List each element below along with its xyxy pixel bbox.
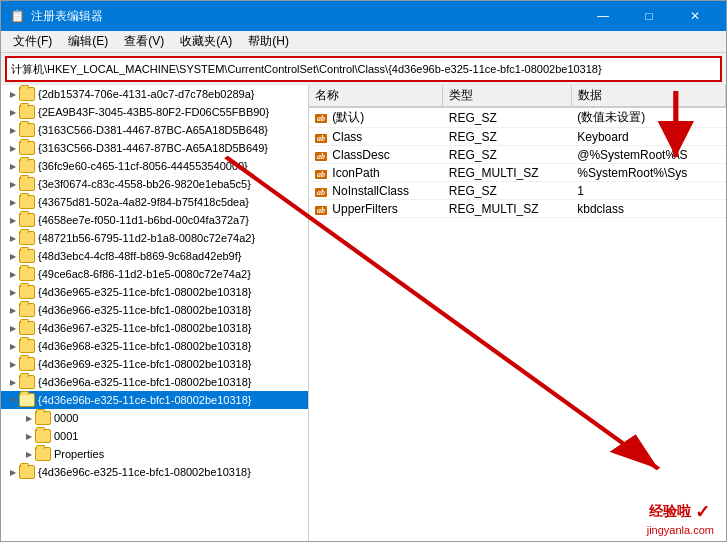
expand-arrow-icon: ▶ — [7, 124, 19, 136]
reg-type-icon: ab — [315, 206, 327, 215]
tree-item[interactable]: ▶ {4d36e96c-e325-11ce-bfc1-08002be10318} — [1, 463, 308, 481]
table-row[interactable]: ab IconPath REG_MULTI_SZ %SystemRoot%\Sy… — [309, 164, 726, 182]
menu-view[interactable]: 查看(V) — [116, 31, 172, 52]
folder-icon — [19, 123, 35, 137]
tree-item[interactable]: ▶ {4d36e968-e325-11ce-bfc1-08002be10318} — [1, 337, 308, 355]
folder-icon — [19, 267, 35, 281]
table-row[interactable]: ab NoInstallClass REG_SZ 1 — [309, 182, 726, 200]
tree-item[interactable]: ▶ {43675d81-502a-4a82-9f84-b75f418c5dea} — [1, 193, 308, 211]
folder-icon — [19, 195, 35, 209]
expand-arrow-icon: ▶ — [7, 142, 19, 154]
expand-arrow-icon: ▶ — [7, 196, 19, 208]
address-text: 计算机\HKEY_LOCAL_MACHINE\SYSTEM\CurrentCon… — [11, 62, 602, 77]
left-panel[interactable]: ▶ {2db15374-706e-4131-a0c7-d7c78eb0289a}… — [1, 85, 309, 541]
expand-arrow-icon: ▶ — [7, 214, 19, 226]
expand-arrow-icon: ▶ — [7, 322, 19, 334]
expand-arrow-icon: ▶ — [7, 376, 19, 388]
expand-arrow-icon: ▶ — [7, 358, 19, 370]
reg-type-icon: ab — [315, 170, 327, 179]
menu-help[interactable]: 帮助(H) — [240, 31, 297, 52]
tree-item-label: {4d36e965-e325-11ce-bfc1-08002be10318} — [38, 286, 251, 298]
folder-icon — [19, 303, 35, 317]
tree-item-label: {4d36e96c-e325-11ce-bfc1-08002be10318} — [38, 466, 251, 478]
reg-type: REG_SZ — [443, 146, 571, 164]
tree-item-label: {3163C566-D381-4467-87BC-A65A18D5B648} — [38, 124, 268, 136]
tree-item-label: {49ce6ac8-6f86-11d2-b1e5-0080c72e74a2} — [38, 268, 251, 280]
tree-item[interactable]: ▶ {3163C566-D381-4467-87BC-A65A18D5B649} — [1, 139, 308, 157]
tree-item[interactable]: ▶ 0000 — [1, 409, 308, 427]
tree-item[interactable]: ▶ Properties — [1, 445, 308, 463]
table-row[interactable]: ab Class REG_SZ Keyboard — [309, 128, 726, 146]
title-bar-left: 📋 注册表编辑器 — [9, 8, 103, 25]
expand-arrow-icon: ▶ — [23, 430, 35, 442]
table-row[interactable]: ab (默认) REG_SZ (数值未设置) — [309, 107, 726, 128]
folder-icon — [19, 231, 35, 245]
menu-favorites[interactable]: 收藏夹(A) — [172, 31, 240, 52]
content-wrapper: ▶ {2db15374-706e-4131-a0c7-d7c78eb0289a}… — [1, 85, 726, 541]
tree-item[interactable]: ▶ {2EA9B43F-3045-43B5-80F2-FD06C55FBB90} — [1, 103, 308, 121]
reg-type-icon: ab — [315, 114, 327, 123]
folder-icon — [19, 105, 35, 119]
folder-icon — [19, 375, 35, 389]
tree-item[interactable]: ▶ {48721b56-6795-11d2-b1a8-0080c72e74a2} — [1, 229, 308, 247]
right-panel[interactable]: 名称 类型 数据 ab (默认) REG_SZ (数值未设置) ab Class… — [309, 85, 726, 541]
expand-arrow-icon: ▼ — [7, 394, 19, 406]
tree-item[interactable]: ▶ {4d36e967-e325-11ce-bfc1-08002be10318} — [1, 319, 308, 337]
title-bar: 📋 注册表编辑器 — □ ✕ — [1, 1, 726, 31]
tree-item-label: {4d36e966-e325-11ce-bfc1-08002be10318} — [38, 304, 251, 316]
table-row[interactable]: ab UpperFilters REG_MULTI_SZ kbdclass — [309, 200, 726, 218]
reg-type: REG_MULTI_SZ — [443, 200, 571, 218]
folder-icon — [35, 447, 51, 461]
reg-name: ab (默认) — [309, 107, 443, 128]
tree-item[interactable]: ▶ {4d36e96a-e325-11ce-bfc1-08002be10318} — [1, 373, 308, 391]
reg-data: 1 — [571, 182, 725, 200]
tree-item-label: 0001 — [54, 430, 78, 442]
tree-item[interactable]: ▶ {2db15374-706e-4131-a0c7-d7c78eb0289a} — [1, 85, 308, 103]
menu-file[interactable]: 文件(F) — [5, 31, 60, 52]
reg-type: REG_SZ — [443, 182, 571, 200]
tree-item[interactable]: ▶ {4d36e966-e325-11ce-bfc1-08002be10318} — [1, 301, 308, 319]
expand-arrow-icon: ▶ — [7, 268, 19, 280]
expand-arrow-icon: ▶ — [7, 88, 19, 100]
minimize-button[interactable]: — — [580, 1, 626, 31]
expand-arrow-icon: ▶ — [7, 466, 19, 478]
tree-item[interactable]: ▼ {4d36e96b-e325-11ce-bfc1-08002be10318} — [1, 391, 308, 409]
expand-arrow-icon: ▶ — [7, 304, 19, 316]
tree-item[interactable]: ▶ {4658ee7e-f050-11d1-b6bd-00c04fa372a7} — [1, 211, 308, 229]
tree-item[interactable]: ▶ {36fc9e60-c465-11cf-8056-444553540000} — [1, 157, 308, 175]
tree-item[interactable]: ▶ {3e3f0674-c83c-4558-bb26-9820e1eba5c5} — [1, 175, 308, 193]
tree-item-label: {3e3f0674-c83c-4558-bb26-9820e1eba5c5} — [38, 178, 251, 190]
col-type: 类型 — [443, 85, 571, 107]
folder-icon — [19, 465, 35, 479]
tree-item-label: {2db15374-706e-4131-a0c7-d7c78eb0289a} — [38, 88, 255, 100]
reg-name: ab ClassDesc — [309, 146, 443, 164]
col-name: 名称 — [309, 85, 443, 107]
reg-data: (数值未设置) — [571, 107, 725, 128]
menu-bar: 文件(F) 编辑(E) 查看(V) 收藏夹(A) 帮助(H) — [1, 31, 726, 53]
tree-item[interactable]: ▶ {4d36e965-e325-11ce-bfc1-08002be10318} — [1, 283, 308, 301]
window-title: 注册表编辑器 — [31, 8, 103, 25]
tree-item[interactable]: ▶ 0001 — [1, 427, 308, 445]
expand-arrow-icon: ▶ — [23, 448, 35, 460]
col-data: 数据 — [571, 85, 725, 107]
reg-data: kbdclass — [571, 200, 725, 218]
folder-icon — [19, 339, 35, 353]
folder-icon — [35, 429, 51, 443]
tree-item[interactable]: ▶ {3163C566-D381-4467-87BC-A65A18D5B648} — [1, 121, 308, 139]
close-button[interactable]: ✕ — [672, 1, 718, 31]
tree-item[interactable]: ▶ {48d3ebc4-4cf8-48ff-b869-9c68ad42eb9f} — [1, 247, 308, 265]
tree-item-label: {4658ee7e-f050-11d1-b6bd-00c04fa372a7} — [38, 214, 249, 226]
tree-item[interactable]: ▶ {49ce6ac8-6f86-11d2-b1e5-0080c72e74a2} — [1, 265, 308, 283]
folder-icon — [19, 285, 35, 299]
maximize-button[interactable]: □ — [626, 1, 672, 31]
menu-edit[interactable]: 编辑(E) — [60, 31, 116, 52]
address-bar[interactable]: 计算机\HKEY_LOCAL_MACHINE\SYSTEM\CurrentCon… — [5, 56, 722, 82]
folder-icon — [35, 411, 51, 425]
tree-item-label: {3163C566-D381-4467-87BC-A65A18D5B649} — [38, 142, 268, 154]
tree-item-label: {4d36e968-e325-11ce-bfc1-08002be10318} — [38, 340, 251, 352]
folder-icon — [19, 87, 35, 101]
reg-name: ab NoInstallClass — [309, 182, 443, 200]
table-row[interactable]: ab ClassDesc REG_SZ @%SystemRoot%\S — [309, 146, 726, 164]
tree-item[interactable]: ▶ {4d36e969-e325-11ce-bfc1-08002be10318} — [1, 355, 308, 373]
panels-wrapper: ▶ {2db15374-706e-4131-a0c7-d7c78eb0289a}… — [1, 85, 726, 541]
